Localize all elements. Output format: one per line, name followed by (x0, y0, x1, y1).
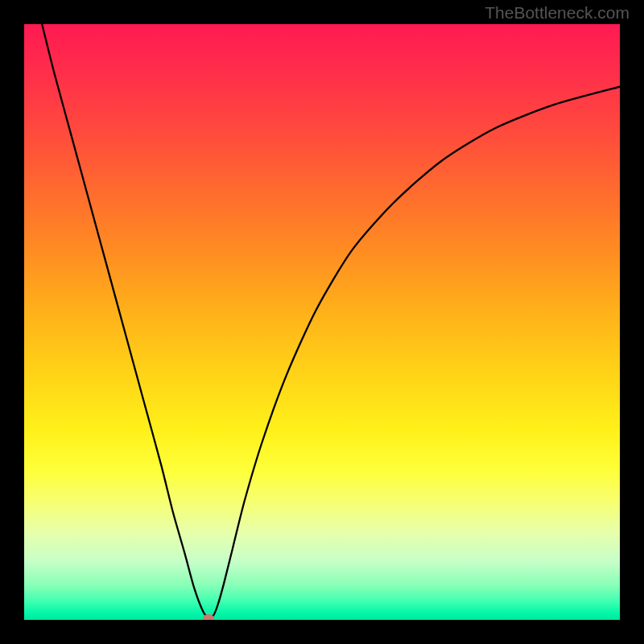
plot-area (24, 24, 620, 620)
optimal-point-marker (203, 614, 214, 620)
watermark-text: TheBottleneck.com (485, 3, 630, 23)
bottleneck-curve-line (42, 24, 620, 618)
chart-svg (24, 24, 620, 620)
